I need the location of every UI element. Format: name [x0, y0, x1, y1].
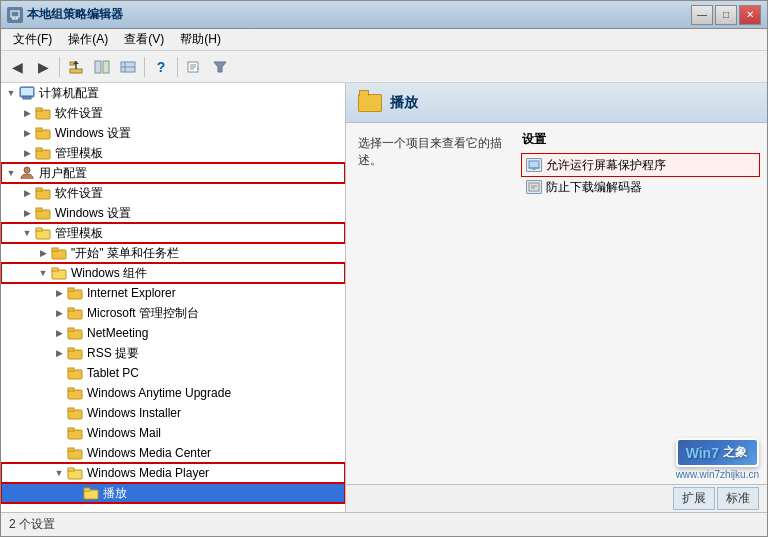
folder-rss-icon: [67, 345, 83, 361]
tree-item-mmc[interactable]: ▶ Microsoft 管理控制台: [1, 303, 345, 323]
ie-label: Internet Explorer: [85, 286, 176, 300]
svg-marker-18: [214, 62, 226, 72]
toggle-admin-1[interactable]: ▶: [21, 147, 33, 159]
toggle-computer-config[interactable]: ▼: [5, 87, 17, 99]
toggle-netmeeting[interactable]: ▶: [53, 327, 65, 339]
back-button[interactable]: ◀: [5, 55, 29, 79]
tab-standard[interactable]: 标准: [717, 487, 759, 510]
codec-label: 防止下载编解码器: [546, 179, 642, 196]
export-btn[interactable]: [182, 55, 206, 79]
toggle-windows-settings-1[interactable]: ▶: [21, 127, 33, 139]
setting-prevent-codec[interactable]: 防止下载编解码器: [522, 176, 759, 198]
toggle-media-player[interactable]: ▼: [53, 467, 65, 479]
title-bar: 本地组策略编辑器 — □ ✕: [1, 1, 767, 29]
toggle-user-config[interactable]: ▼: [5, 167, 17, 179]
tab-expand[interactable]: 扩展: [673, 487, 715, 510]
toggle-start-menu[interactable]: ▶: [37, 247, 49, 259]
header-folder-icon: [358, 94, 382, 112]
forward-button[interactable]: ▶: [31, 55, 55, 79]
show-hide-btn[interactable]: [90, 55, 114, 79]
watermark: Win7 之象 www.win7zhijku.cn: [676, 438, 759, 480]
menu-action[interactable]: 操作(A): [60, 29, 116, 50]
folder-ws2-icon: [35, 205, 51, 221]
tree-item-user-config[interactable]: ▼ 用户配置: [1, 163, 345, 183]
tree-item-rss[interactable]: ▶ RSS 提要: [1, 343, 345, 363]
windows-settings-2-label: Windows 设置: [53, 205, 131, 222]
person-icon: [19, 165, 35, 181]
toggle-windows-components[interactable]: ▼: [37, 267, 49, 279]
maximize-button[interactable]: □: [715, 5, 737, 25]
media-center-label: Windows Media Center: [85, 446, 211, 460]
close-button[interactable]: ✕: [739, 5, 761, 25]
toolbar-sep-3: [177, 57, 178, 77]
minimize-button[interactable]: —: [691, 5, 713, 25]
svg-point-28: [24, 167, 30, 173]
toggle-admin-2[interactable]: ▼: [21, 227, 33, 239]
tree-item-admin-templates-1[interactable]: ▶ 管理模板: [1, 143, 345, 163]
toggle-ie[interactable]: ▶: [53, 287, 65, 299]
menu-file[interactable]: 文件(F): [5, 29, 60, 50]
folder-mmc-icon: [67, 305, 83, 321]
folder-wc-icon: [51, 265, 67, 281]
tree-item-admin-templates-2[interactable]: ▼ 管理模板: [1, 223, 345, 243]
tree-item-start-menu[interactable]: ▶ "开始" 菜单和任务栏: [1, 243, 345, 263]
svg-rect-52: [68, 408, 74, 411]
svg-rect-0: [11, 11, 19, 17]
software-2-label: 软件设置: [53, 185, 103, 202]
toggle-software-2[interactable]: ▶: [21, 187, 33, 199]
toggle-rss[interactable]: ▶: [53, 347, 65, 359]
tree-item-windows-settings-2[interactable]: ▶ Windows 设置: [1, 203, 345, 223]
right-panel-header: 播放: [346, 83, 767, 123]
window-controls: — □ ✕: [691, 5, 761, 25]
tree-item-netmeeting[interactable]: ▶ NetMeeting: [1, 323, 345, 343]
folder-mediacenter-icon: [67, 445, 83, 461]
help-btn[interactable]: ?: [149, 55, 173, 79]
toggle-mmc[interactable]: ▶: [53, 307, 65, 319]
tree-item-installer[interactable]: ▶ Windows Installer: [1, 403, 345, 423]
tree-panel[interactable]: ▼ 计算机配置 ▶ 软件设置 ▶: [1, 83, 346, 512]
setting-allow-screensaver[interactable]: 允许运行屏幕保护程序: [522, 154, 759, 176]
right-body: 选择一个项目来查看它的描述。 设置: [346, 123, 767, 484]
tree-item-ie[interactable]: ▶ Internet Explorer: [1, 283, 345, 303]
tree-item-media-player[interactable]: ▼ Windows Media Player: [1, 463, 345, 483]
windows-components-label: Windows 组件: [69, 265, 147, 282]
start-menu-label: "开始" 菜单和任务栏: [69, 245, 179, 262]
toggle-software-1[interactable]: ▶: [21, 107, 33, 119]
up-button[interactable]: [64, 55, 88, 79]
folder-software-1-icon: [35, 105, 51, 121]
toolbar: ◀ ▶ ?: [1, 51, 767, 83]
toolbar-sep-1: [59, 57, 60, 77]
svg-rect-46: [68, 348, 74, 351]
svg-rect-25: [36, 128, 42, 131]
tree-item-tablet[interactable]: ▶ Tablet PC: [1, 363, 345, 383]
tree-item-software-1[interactable]: ▶ 软件设置: [1, 103, 345, 123]
svg-rect-23: [36, 108, 42, 111]
svg-rect-8: [95, 61, 101, 73]
menu-view[interactable]: 查看(V): [116, 29, 172, 50]
admin-templates-2-label: 管理模板: [53, 225, 103, 242]
svg-rect-36: [52, 248, 58, 251]
tree-item-windows-components[interactable]: ▼ Windows 组件: [1, 263, 345, 283]
tree-item-windows-settings-1[interactable]: ▶ Windows 设置: [1, 123, 345, 143]
folder-ws1-icon: [35, 125, 51, 141]
menu-help[interactable]: 帮助(H): [172, 29, 229, 50]
svg-rect-50: [68, 388, 74, 391]
folder-netmeeting-icon: [67, 325, 83, 341]
status-bar: 2 个设置: [1, 512, 767, 536]
tree-item-software-2[interactable]: ▶ 软件设置: [1, 183, 345, 203]
setting-codec-icon: [526, 180, 542, 194]
folder-at2-icon: [35, 225, 51, 241]
tree-item-mail[interactable]: ▶ Windows Mail: [1, 423, 345, 443]
svg-rect-54: [68, 428, 74, 431]
tree-item-computer-config[interactable]: ▼ 计算机配置: [1, 83, 345, 103]
tree-item-anytime[interactable]: ▶ Windows Anytime Upgrade: [1, 383, 345, 403]
svg-rect-30: [36, 188, 42, 191]
window-title: 本地组策略编辑器: [27, 6, 691, 23]
svg-rect-56: [68, 448, 74, 451]
toggle-windows-settings-2[interactable]: ▶: [21, 207, 33, 219]
svg-rect-44: [68, 328, 74, 331]
view-btn[interactable]: [116, 55, 140, 79]
filter-btn[interactable]: [208, 55, 232, 79]
tree-item-play[interactable]: ▶ 播放: [1, 483, 345, 503]
tree-item-media-center[interactable]: ▶ Windows Media Center: [1, 443, 345, 463]
